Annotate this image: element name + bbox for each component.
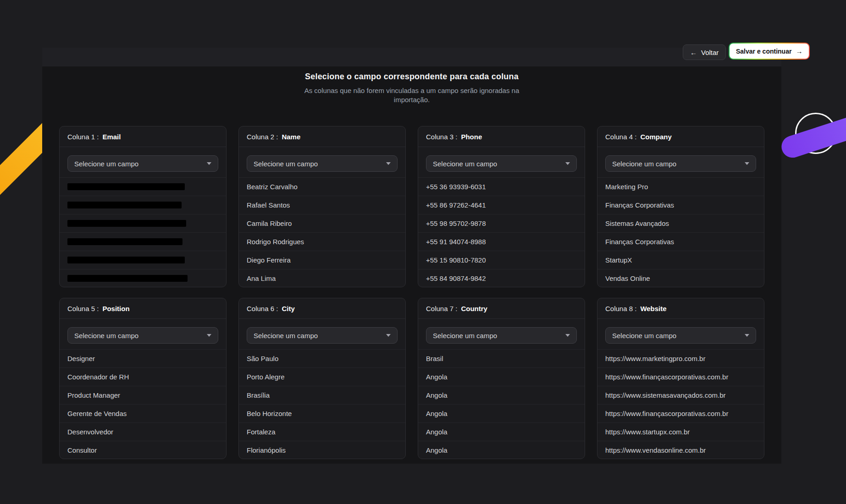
field-select[interactable]: Selecione um campo	[605, 155, 756, 172]
field-select[interactable]: Selecione um campo	[605, 327, 756, 344]
preview-row: Camila Ribeiro	[239, 214, 405, 232]
arrow-right-icon: →	[796, 47, 802, 55]
preview-rows: +55 36 93939-6031 +55 86 97262-4641 +55 …	[418, 177, 585, 287]
preview-rows: https://www.marketingpro.com.br https://…	[597, 349, 764, 459]
field-select[interactable]: Selecione um campo	[247, 327, 398, 344]
save-continue-button[interactable]: Salvar e continuar →	[730, 44, 809, 59]
field-select-value: Selecione um campo	[612, 332, 676, 340]
chevron-down-icon	[386, 162, 391, 165]
preview-row: Finanças Corporativas	[597, 232, 764, 251]
redacted-value	[67, 202, 182, 208]
preview-row-redacted	[60, 177, 226, 196]
column-card-email: Coluna 1 : Email Selecione um campo	[59, 126, 227, 287]
chevron-down-icon	[207, 334, 211, 337]
column-label: Coluna 1 :	[67, 133, 99, 141]
column-card-website: Coluna 8 : Website Selecione um campo ht…	[597, 298, 764, 459]
field-select[interactable]: Selecione um campo	[67, 327, 218, 344]
preview-row: https://www.finançascorporativas.com.br	[597, 404, 764, 422]
preview-row: +55 84 90874-9842	[418, 269, 585, 287]
back-button[interactable]: ← Voltar	[683, 44, 726, 60]
column-field-name: Website	[640, 305, 666, 312]
page-subtitle: As colunas que não forem vinculadas a um…	[297, 86, 526, 104]
preview-row: Marketing Pro	[597, 177, 764, 196]
field-select-value: Selecione um campo	[254, 160, 318, 168]
back-button-label: Voltar	[701, 49, 719, 56]
column-card-country: Coluna 7 : Country Selecione um campo Br…	[418, 298, 585, 459]
preview-row: Gerente de Vendas	[60, 404, 226, 422]
preview-row: +55 36 93939-6031	[418, 177, 585, 196]
column-field-name: City	[282, 305, 294, 312]
preview-rows: Designer Coordenador de RH Product Manag…	[60, 349, 226, 459]
preview-row: Rafael Santos	[239, 196, 405, 214]
redacted-value	[67, 220, 186, 227]
preview-row-redacted	[60, 269, 226, 287]
column-label: Coluna 3 :	[426, 133, 457, 141]
preview-row: https://www.startupx.com.br	[597, 422, 764, 441]
column-card-name: Coluna 2 : Name Selecione um campo Beatr…	[238, 126, 406, 287]
column-label: Coluna 6 :	[247, 305, 278, 312]
preview-row: Angola	[418, 422, 585, 441]
preview-row: Rodrigo Rodrigues	[239, 232, 405, 251]
field-select-value: Selecione um campo	[74, 332, 138, 340]
column-label: Coluna 4 :	[605, 133, 636, 141]
chevron-down-icon	[386, 334, 391, 337]
chevron-down-icon	[745, 162, 749, 165]
column-field-name: Company	[640, 133, 671, 141]
preview-row: https://www.finançascorporativas.com.br	[597, 367, 764, 386]
preview-row: Consultor	[60, 441, 226, 459]
preview-row-redacted	[60, 214, 226, 232]
preview-row-redacted	[60, 232, 226, 251]
redacted-value	[67, 183, 185, 190]
preview-row: Vendas Online	[597, 269, 764, 287]
field-select[interactable]: Selecione um campo	[67, 155, 218, 172]
preview-row: Angola	[418, 404, 585, 422]
page-head: Selecione o campo correspondente para ca…	[42, 72, 781, 104]
columns-grid: Coluna 1 : Email Selecione um campo Colu…	[42, 126, 781, 459]
preview-rows: Beatriz Carvalho Rafael Santos Camila Ri…	[239, 177, 405, 287]
column-card-header: Coluna 6 : City	[239, 298, 405, 319]
arrow-left-icon: ←	[690, 49, 697, 56]
field-select[interactable]: Selecione um campo	[426, 155, 577, 172]
preview-row: Coordenador de RH	[60, 367, 226, 386]
preview-rows: Brasil Angola Angola Angola Angola Angol…	[418, 349, 585, 459]
preview-row: Diego Ferreira	[239, 251, 405, 269]
field-select-value: Selecione um campo	[254, 332, 318, 340]
preview-row: Product Manager	[60, 386, 226, 404]
save-continue-label: Salvar e continuar	[736, 48, 791, 55]
redacted-value	[67, 238, 182, 245]
preview-row: StartupX	[597, 251, 764, 269]
column-card-company: Coluna 4 : Company Selecione um campo Ma…	[597, 126, 764, 287]
column-field-name: Position	[102, 305, 129, 312]
redacted-value	[67, 257, 185, 263]
save-button-gradient-border: Salvar e continuar →	[729, 43, 810, 60]
import-mapping-panel: Selecione o campo correspondente para ca…	[42, 48, 781, 464]
preview-row: Belo Horizonte	[239, 404, 405, 422]
preview-row: +55 86 97262-4641	[418, 196, 585, 214]
preview-row: https://www.sistemasavançados.com.br	[597, 386, 764, 404]
column-field-name: Email	[102, 133, 121, 141]
column-label: Coluna 5 :	[67, 305, 99, 312]
preview-rows	[60, 177, 226, 287]
preview-row: +55 98 95702-9878	[418, 214, 585, 232]
column-card-phone: Coluna 3 : Phone Selecione um campo +55 …	[418, 126, 585, 287]
preview-row: Desenvolvedor	[60, 422, 226, 441]
preview-row: +55 91 94074-8988	[418, 232, 585, 251]
chevron-down-icon	[207, 162, 211, 165]
column-label: Coluna 2 :	[247, 133, 278, 141]
column-field-name: Country	[461, 305, 487, 312]
preview-row: Beatriz Carvalho	[239, 177, 405, 196]
column-field-name: Phone	[461, 133, 482, 141]
field-select[interactable]: Selecione um campo	[426, 327, 577, 344]
field-select[interactable]: Selecione um campo	[247, 155, 398, 172]
column-label: Coluna 7 :	[426, 305, 457, 312]
preview-row: Angola	[418, 386, 585, 404]
page-title: Selecione o campo correspondente para ca…	[42, 72, 781, 82]
field-select-value: Selecione um campo	[612, 160, 676, 168]
preview-row: São Paulo	[239, 349, 405, 367]
column-card-header: Coluna 4 : Company	[597, 126, 764, 147]
preview-row: Brasil	[418, 349, 585, 367]
field-select-value: Selecione um campo	[433, 332, 497, 340]
column-card-position: Coluna 5 : Position Selecione um campo D…	[59, 298, 227, 459]
preview-row: Angola	[418, 441, 585, 459]
chevron-down-icon	[745, 334, 749, 337]
